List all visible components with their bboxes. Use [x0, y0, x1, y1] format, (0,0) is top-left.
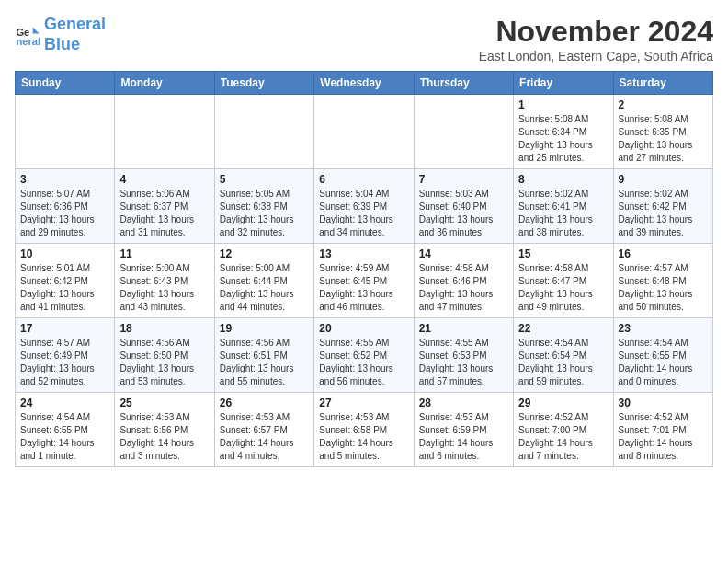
- day-number: 3: [20, 173, 109, 186]
- logo: Ge neral General Blue: [15, 15, 106, 54]
- day-number: 19: [220, 322, 309, 335]
- calendar-day-cell: 10Sunrise: 5:01 AM Sunset: 6:42 PM Dayli…: [16, 244, 115, 318]
- day-number: 7: [419, 173, 508, 186]
- day-info: Sunrise: 4:54 AM Sunset: 6:54 PM Dayligh…: [518, 337, 608, 388]
- day-info: Sunrise: 4:55 AM Sunset: 6:52 PM Dayligh…: [319, 337, 408, 388]
- day-info: Sunrise: 4:53 AM Sunset: 6:58 PM Dayligh…: [319, 411, 408, 463]
- logo-icon: Ge neral: [15, 22, 40, 48]
- day-number: 18: [119, 322, 209, 335]
- calendar-day-cell: 30Sunrise: 4:52 AM Sunset: 7:01 PM Dayli…: [613, 393, 712, 467]
- day-number: 24: [20, 396, 109, 409]
- calendar-day-cell: 29Sunrise: 4:52 AM Sunset: 7:00 PM Dayli…: [514, 393, 613, 467]
- calendar-day-cell: 23Sunrise: 4:54 AM Sunset: 6:55 PM Dayli…: [613, 318, 712, 393]
- weekday-header-saturday: Saturday: [613, 72, 712, 95]
- day-number: 30: [619, 396, 708, 409]
- calendar-day-cell: 5Sunrise: 5:05 AM Sunset: 6:38 PM Daylig…: [214, 169, 313, 244]
- calendar-day-cell: 21Sunrise: 4:55 AM Sunset: 6:53 PM Dayli…: [414, 318, 513, 393]
- day-info: Sunrise: 5:08 AM Sunset: 6:34 PM Dayligh…: [518, 113, 608, 165]
- day-number: 11: [119, 247, 209, 260]
- calendar-day-cell: 26Sunrise: 4:53 AM Sunset: 6:57 PM Dayli…: [214, 393, 313, 467]
- svg-marker-2: [33, 27, 40, 33]
- weekday-header-wednesday: Wednesday: [314, 72, 414, 95]
- logo-text: General Blue: [44, 15, 106, 54]
- day-info: Sunrise: 5:04 AM Sunset: 6:39 PM Dayligh…: [319, 188, 408, 239]
- calendar-day-cell: 17Sunrise: 4:57 AM Sunset: 6:49 PM Dayli…: [16, 318, 115, 393]
- calendar-day-cell: 16Sunrise: 4:57 AM Sunset: 6:48 PM Dayli…: [613, 244, 712, 318]
- calendar-day-cell: 1Sunrise: 5:08 AM Sunset: 6:34 PM Daylig…: [514, 95, 613, 169]
- day-number: 17: [20, 322, 109, 335]
- calendar-day-cell: 3Sunrise: 5:07 AM Sunset: 6:36 PM Daylig…: [16, 169, 115, 244]
- calendar-day-cell: 2Sunrise: 5:08 AM Sunset: 6:35 PM Daylig…: [613, 95, 712, 169]
- calendar-day-cell: 27Sunrise: 4:53 AM Sunset: 6:58 PM Dayli…: [314, 393, 414, 467]
- calendar-day-cell: 13Sunrise: 4:59 AM Sunset: 6:45 PM Dayli…: [314, 244, 414, 318]
- day-info: Sunrise: 4:55 AM Sunset: 6:53 PM Dayligh…: [419, 337, 508, 388]
- calendar-day-cell: 20Sunrise: 4:55 AM Sunset: 6:52 PM Dayli…: [314, 318, 414, 393]
- day-number: 25: [119, 396, 209, 409]
- title-area: November 2024 East London, Eastern Cape,…: [479, 15, 713, 63]
- weekday-header-row: SundayMondayTuesdayWednesdayThursdayFrid…: [16, 72, 713, 95]
- day-info: Sunrise: 4:54 AM Sunset: 6:55 PM Dayligh…: [20, 411, 109, 463]
- weekday-header-thursday: Thursday: [414, 72, 513, 95]
- day-info: Sunrise: 5:02 AM Sunset: 6:41 PM Dayligh…: [518, 188, 608, 239]
- day-number: 5: [220, 173, 309, 186]
- location-title: East London, Eastern Cape, South Africa: [479, 49, 713, 63]
- day-number: 26: [220, 396, 309, 409]
- day-info: Sunrise: 5:05 AM Sunset: 6:38 PM Dayligh…: [220, 188, 309, 239]
- day-info: Sunrise: 5:00 AM Sunset: 6:43 PM Dayligh…: [119, 262, 209, 314]
- weekday-header-sunday: Sunday: [16, 72, 115, 95]
- calendar-day-cell: 14Sunrise: 4:58 AM Sunset: 6:46 PM Dayli…: [414, 244, 513, 318]
- day-number: 1: [518, 98, 608, 111]
- day-info: Sunrise: 4:57 AM Sunset: 6:49 PM Dayligh…: [20, 337, 109, 388]
- calendar-week-row: 3Sunrise: 5:07 AM Sunset: 6:36 PM Daylig…: [16, 169, 713, 244]
- day-number: 13: [319, 247, 408, 260]
- calendar-day-cell: 12Sunrise: 5:00 AM Sunset: 6:44 PM Dayli…: [214, 244, 313, 318]
- day-info: Sunrise: 4:57 AM Sunset: 6:48 PM Dayligh…: [619, 262, 708, 314]
- logo-line1: General: [44, 15, 106, 33]
- day-info: Sunrise: 4:59 AM Sunset: 6:45 PM Dayligh…: [319, 262, 408, 314]
- empty-cell: [314, 95, 414, 169]
- day-number: 4: [119, 173, 209, 186]
- empty-cell: [414, 95, 513, 169]
- day-info: Sunrise: 4:53 AM Sunset: 6:59 PM Dayligh…: [419, 411, 508, 463]
- day-number: 27: [319, 396, 408, 409]
- day-info: Sunrise: 4:56 AM Sunset: 6:51 PM Dayligh…: [220, 337, 309, 388]
- calendar-day-cell: 22Sunrise: 4:54 AM Sunset: 6:54 PM Dayli…: [514, 318, 613, 393]
- empty-cell: [115, 95, 214, 169]
- calendar-day-cell: 25Sunrise: 4:53 AM Sunset: 6:56 PM Dayli…: [115, 393, 214, 467]
- day-number: 28: [419, 396, 508, 409]
- day-info: Sunrise: 5:07 AM Sunset: 6:36 PM Dayligh…: [20, 188, 109, 239]
- calendar-day-cell: 8Sunrise: 5:02 AM Sunset: 6:41 PM Daylig…: [514, 169, 613, 244]
- day-info: Sunrise: 5:08 AM Sunset: 6:35 PM Dayligh…: [619, 113, 708, 165]
- calendar-day-cell: 9Sunrise: 5:02 AM Sunset: 6:42 PM Daylig…: [613, 169, 712, 244]
- day-number: 16: [619, 247, 708, 260]
- day-number: 8: [518, 173, 608, 186]
- logo-line2: Blue: [44, 35, 80, 53]
- day-info: Sunrise: 4:52 AM Sunset: 7:00 PM Dayligh…: [518, 411, 608, 463]
- day-number: 9: [619, 173, 708, 186]
- day-number: 12: [220, 247, 309, 260]
- day-info: Sunrise: 5:01 AM Sunset: 6:42 PM Dayligh…: [20, 262, 109, 314]
- day-number: 23: [619, 322, 708, 335]
- day-number: 29: [518, 396, 608, 409]
- calendar-day-cell: 4Sunrise: 5:06 AM Sunset: 6:37 PM Daylig…: [115, 169, 214, 244]
- day-number: 2: [619, 98, 708, 111]
- day-number: 14: [419, 247, 508, 260]
- calendar-table: SundayMondayTuesdayWednesdayThursdayFrid…: [15, 71, 713, 467]
- calendar-day-cell: 6Sunrise: 5:04 AM Sunset: 6:39 PM Daylig…: [314, 169, 414, 244]
- day-info: Sunrise: 4:58 AM Sunset: 6:46 PM Dayligh…: [419, 262, 508, 314]
- day-info: Sunrise: 4:53 AM Sunset: 6:56 PM Dayligh…: [119, 411, 209, 463]
- empty-cell: [16, 95, 115, 169]
- day-number: 15: [518, 247, 608, 260]
- calendar-day-cell: 15Sunrise: 4:58 AM Sunset: 6:47 PM Dayli…: [514, 244, 613, 318]
- calendar-week-row: 10Sunrise: 5:01 AM Sunset: 6:42 PM Dayli…: [16, 244, 713, 318]
- day-info: Sunrise: 5:03 AM Sunset: 6:40 PM Dayligh…: [419, 188, 508, 239]
- day-number: 6: [319, 173, 408, 186]
- calendar-week-row: 24Sunrise: 4:54 AM Sunset: 6:55 PM Dayli…: [16, 393, 713, 467]
- calendar-day-cell: 18Sunrise: 4:56 AM Sunset: 6:50 PM Dayli…: [115, 318, 214, 393]
- svg-text:neral: neral: [16, 36, 40, 47]
- calendar-day-cell: 7Sunrise: 5:03 AM Sunset: 6:40 PM Daylig…: [414, 169, 513, 244]
- weekday-header-monday: Monday: [115, 72, 214, 95]
- weekday-header-friday: Friday: [514, 72, 613, 95]
- calendar-day-cell: 11Sunrise: 5:00 AM Sunset: 6:43 PM Dayli…: [115, 244, 214, 318]
- day-number: 21: [419, 322, 508, 335]
